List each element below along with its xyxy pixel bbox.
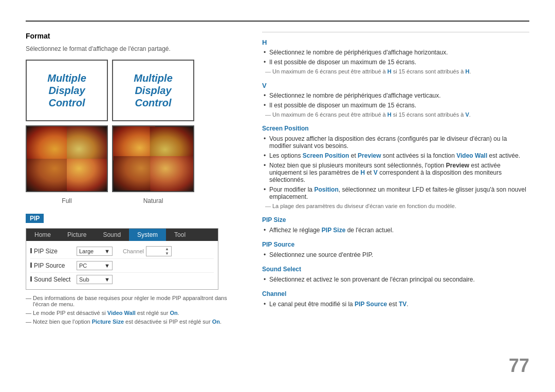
format-labels: Full Natural xyxy=(26,197,242,204)
flower-full-image xyxy=(27,126,107,191)
arrow-down: ▼ xyxy=(165,251,169,256)
pip-size-bar xyxy=(30,248,32,253)
page-number: 77 xyxy=(509,355,529,377)
pip-row-size: PIP Size Large ▼ Channel ▲ ▼ xyxy=(30,244,214,259)
h-note-h2: H xyxy=(465,68,469,74)
v-bullet-1: Sélectionnez le nombre de périphériques … xyxy=(262,92,529,99)
right-column: H Sélectionnez le nombre de périphérique… xyxy=(262,32,529,371)
pip-sound-value: Sub xyxy=(79,276,89,283)
pip-rows: PIP Size Large ▼ Channel ▲ ▼ xyxy=(26,241,218,289)
label-full: Full xyxy=(26,197,108,204)
h-section: H Sélectionnez le nombre de périphérique… xyxy=(262,39,529,74)
sp-screen-pos-link: Screen Position xyxy=(303,152,349,159)
pip-notes: ― Des informations de base requises pour… xyxy=(26,295,242,325)
format-subtitle: Sélectionnez le format d'affichage de l'… xyxy=(26,45,242,52)
screen-position-section: Screen Position Vous pouvez afficher la … xyxy=(262,125,529,209)
pip-size-bullet: Affichez le réglage PIP Size de l'écran … xyxy=(262,227,529,234)
v-note: Un maximum de 6 écrans peut être attribu… xyxy=(262,111,529,118)
format-cell-flower-full xyxy=(26,125,108,192)
sound-select-bullet: Sélectionnez et activez le son provenant… xyxy=(262,276,529,283)
pip-channel-arrows: ▲ ▼ xyxy=(165,247,169,256)
picture-size-link: Picture Size xyxy=(92,319,124,325)
sp-bullet-4: Pour modifier la Position, sélectionnez … xyxy=(262,186,529,200)
flower-quad-tr xyxy=(67,126,107,159)
pip-size-title: PIP Size xyxy=(262,216,529,223)
pip-ui: Home Picture Sound System Tool PIP Size xyxy=(26,228,218,290)
format-title: Format xyxy=(26,32,242,40)
screen-position-title: Screen Position xyxy=(262,125,529,132)
left-column: Format Sélectionnez le format d'affichag… xyxy=(26,32,242,371)
pip-note-3: ― Notez bien que l'option Picture Size e… xyxy=(26,319,242,325)
format-text-1: MultipleDisplayControl xyxy=(47,72,86,109)
v-label: V xyxy=(262,82,529,89)
pip-nav: Home Picture Sound System Tool xyxy=(26,229,218,241)
format-grid: MultipleDisplayControl MultipleDisplayCo… xyxy=(26,60,242,192)
format-cell-text-1: MultipleDisplayControl xyxy=(26,60,108,121)
pip-source-section: PIP Source Sélectionnez une source d'ent… xyxy=(262,241,529,258)
sp-bullet-2: Les options Screen Position et Preview s… xyxy=(262,152,529,159)
h-note: Un maximum de 6 écrans peut être attribu… xyxy=(262,68,529,74)
sp-note: La plage des paramètres du diviseur d'éc… xyxy=(262,203,529,209)
sp-position-link: Position xyxy=(314,186,338,193)
h-bullet-1: Sélectionnez le nombre de périphériques … xyxy=(262,49,529,56)
pip-nav-home[interactable]: Home xyxy=(26,229,59,241)
top-rule xyxy=(26,21,529,22)
sp-bullet-3: Notez bien que si plusieurs moniteurs so… xyxy=(262,162,529,183)
flower-natural-image xyxy=(113,126,193,191)
format-cell-text-2: MultipleDisplayControl xyxy=(112,60,194,121)
pip-sound-select[interactable]: Sub ▼ xyxy=(77,275,113,284)
pip-row-source: PIP Source PC ▼ xyxy=(30,259,214,273)
pip-source-label: PIP Source xyxy=(30,262,77,269)
v-note-v: V xyxy=(465,111,469,118)
pip-sound-bar xyxy=(30,276,32,282)
channel-tv-link: TV xyxy=(399,301,406,308)
pip-sound-label: Sound Select xyxy=(30,276,77,283)
pip-nav-system[interactable]: System xyxy=(129,229,166,241)
pip-note-2: ― Le mode PIP est désactivé si Video Wal… xyxy=(26,310,242,316)
v-note-h: H xyxy=(387,111,392,118)
pip-size-select[interactable]: Large ▼ xyxy=(77,247,113,256)
pip-nav-sound[interactable]: Sound xyxy=(95,229,129,241)
pip-source-arrow: ▼ xyxy=(104,263,110,269)
content-area: Format Sélectionnez le format d'affichag… xyxy=(26,32,529,371)
video-wall-link-1: Video Wall xyxy=(107,310,136,316)
pip-size-value: Large xyxy=(79,248,94,254)
format-section: Format Sélectionnez le format d'affichag… xyxy=(26,32,242,204)
pip-source-bar xyxy=(30,263,32,268)
pip-size-section: PIP Size Affichez le réglage PIP Size de… xyxy=(262,216,529,234)
pip-size-arrow: ▼ xyxy=(104,248,110,254)
sp-bullet-1: Vous pouvez afficher la disposition des … xyxy=(262,135,529,150)
nat-bl xyxy=(114,156,156,191)
sp-h-link: H xyxy=(360,169,365,176)
v-bullet-2: Il est possible de disposer un maximum d… xyxy=(262,102,529,109)
page-container: Format Sélectionnez le format d'affichag… xyxy=(0,0,555,392)
natural-grid xyxy=(113,126,193,191)
pip-note-1: ― Des informations de base requises pour… xyxy=(26,295,242,307)
pip-row-sound-select: Sound Select Sub ▼ xyxy=(30,273,214,286)
flower-quad-br xyxy=(67,159,107,191)
pip-size-label: PIP Size xyxy=(30,248,77,255)
pip-source-title: PIP Source xyxy=(262,241,529,248)
sound-select-section: Sound Select Sélectionnez et activez le … xyxy=(262,266,529,283)
on-link-2: On xyxy=(212,319,220,325)
h-bullet-2: Il est possible de disposer un maximum d… xyxy=(262,59,529,66)
channel-title: Channel xyxy=(262,290,529,297)
nat-br xyxy=(150,156,193,191)
pip-nav-picture[interactable]: Picture xyxy=(59,229,95,241)
channel-bullet: Le canal peut être modifié si la PIP Sou… xyxy=(262,301,529,308)
sp-videowall-link: Video Wall xyxy=(456,152,487,159)
channel-section: Channel Le canal peut être modifié si la… xyxy=(262,290,529,308)
sp-preview-bold: Preview xyxy=(446,162,469,169)
h-note-h: H xyxy=(387,68,392,74)
pip-channel-box[interactable]: ▲ ▼ xyxy=(146,246,172,256)
format-cell-flower-natural xyxy=(112,125,194,192)
sound-select-title: Sound Select xyxy=(262,266,529,273)
right-divider xyxy=(262,32,529,32)
pip-source-bullet: Sélectionnez une source d'entrée PIP. xyxy=(262,251,529,258)
pip-source-select[interactable]: PC ▼ xyxy=(77,261,113,270)
nat-tl xyxy=(113,126,155,160)
pip-sound-arrow: ▼ xyxy=(104,276,110,283)
pip-source-value: PC xyxy=(79,263,87,269)
pip-nav-tool[interactable]: Tool xyxy=(166,229,194,241)
flower-quad-bl xyxy=(27,159,67,191)
